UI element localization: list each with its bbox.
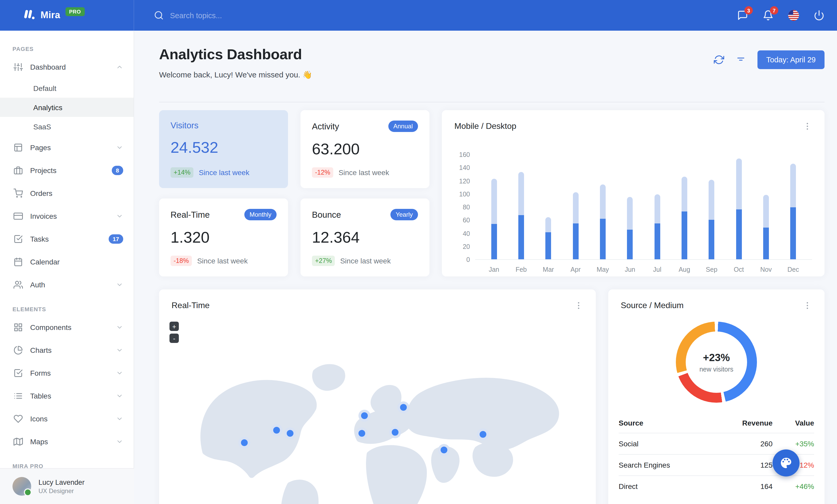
stacked-bar-jun[interactable] (627, 197, 633, 259)
page-subtitle: Welcome back, Lucy! We've missed you. 👋 (159, 70, 312, 79)
cell-revenue: 260 (711, 440, 777, 448)
list-icon (14, 391, 23, 400)
cell-source: Search Engines (619, 461, 711, 469)
sidebar-item-forms[interactable]: Forms (0, 362, 133, 385)
sidebar-item-auth[interactable]: Auth (0, 273, 133, 296)
theme-settings-fab[interactable] (772, 449, 800, 477)
bar-cell (507, 155, 535, 259)
bar-mobile-segment (546, 232, 551, 260)
stacked-bar-jan[interactable] (491, 179, 497, 259)
y-axis-tick: 140 (459, 165, 475, 172)
period-badge: Annual (388, 120, 418, 132)
sidebar-item-label: Auth (30, 281, 109, 289)
map-marker[interactable] (361, 412, 368, 419)
sidebar-item-components[interactable]: Components (0, 316, 133, 339)
sidebar-subitem-analytics[interactable]: Analytics (0, 98, 133, 117)
mira-logo-icon (22, 7, 35, 23)
sidebar-item-label: Pages (30, 144, 109, 152)
sidebar-item-pages[interactable]: Pages (0, 136, 133, 159)
sidebar-item-calendar[interactable]: Calendar (0, 250, 133, 273)
map-marker[interactable] (359, 430, 366, 437)
sidebar-item-icons[interactable]: Icons (0, 407, 133, 430)
map-marker[interactable] (441, 447, 447, 453)
x-axis-label: Jan (480, 266, 507, 273)
map-marker[interactable] (400, 404, 407, 411)
sidebar-item-projects[interactable]: Projects8 (0, 159, 133, 182)
stacked-bar-oct[interactable] (736, 158, 742, 259)
x-axis-label: Sep (698, 266, 725, 273)
map-marker[interactable] (287, 430, 293, 437)
world-map (170, 312, 585, 504)
stat-caption: Since last week (338, 168, 389, 177)
messages-icon[interactable]: 3 (737, 10, 748, 21)
chevron-down-icon (116, 369, 123, 377)
stacked-bar-sep[interactable] (709, 180, 715, 260)
sidebar-item-dashboard[interactable]: Dashboard (0, 56, 133, 78)
kebab-menu-icon[interactable] (574, 301, 583, 310)
map-marker[interactable] (273, 427, 280, 433)
stat-title: Real-Time (171, 210, 210, 220)
mobile-desktop-chart-card: Mobile / Desktop 020406080100120140160 J… (442, 110, 824, 276)
delta-chip: +27% (312, 256, 335, 266)
stacked-bar-dec[interactable] (790, 163, 796, 259)
briefcase-icon (14, 166, 23, 175)
sidebar-item-maps[interactable]: Maps (0, 430, 133, 453)
sidebar-subitem-saas[interactable]: SaaS (0, 117, 133, 136)
stacked-bar-jul[interactable] (654, 194, 660, 259)
sidebar-subitem-default[interactable]: Default (0, 78, 133, 98)
map-marker[interactable] (392, 429, 399, 436)
y-axis-tick: 120 (459, 178, 475, 185)
search-input[interactable] (170, 11, 326, 19)
stacked-bar-apr[interactable] (573, 192, 578, 259)
bar-mobile-segment (627, 230, 633, 259)
stacked-bar-may[interactable] (600, 184, 606, 259)
sidebar-item-tables[interactable]: Tables (0, 385, 133, 407)
map-zoom-in-button[interactable]: + (170, 322, 179, 331)
header-actions: 37 (737, 10, 837, 21)
stacked-bar-aug[interactable] (681, 177, 687, 259)
bar-chart-x-labels: JanFebMarAprMayJunJulAugSepOctNovDec (475, 266, 812, 273)
kebab-menu-icon[interactable] (803, 122, 812, 131)
check-square-icon (14, 234, 23, 244)
stacked-bar-nov[interactable] (763, 195, 769, 259)
bar-mobile-segment (790, 208, 796, 259)
sidebar-item-tasks[interactable]: Tasks17 (0, 228, 133, 250)
sidebar-item-charts[interactable]: Charts (0, 339, 133, 362)
cell-value: +46% (777, 482, 814, 490)
stat-card-bounce: Bounce Yearly 12.364 +27% Since last wee… (301, 199, 429, 276)
sidebar-item-orders[interactable]: Orders (0, 182, 133, 205)
map-marker[interactable] (480, 431, 486, 437)
bar-mobile-segment (518, 216, 524, 259)
bar-mobile-segment (600, 219, 606, 259)
sidebar-user[interactable]: Lucy Lavender UX Designer (0, 468, 134, 504)
map-zoom-out-button[interactable]: - (170, 334, 179, 343)
stacked-bar-feb[interactable] (518, 172, 524, 259)
notifications-icon[interactable]: 7 (763, 10, 773, 21)
y-axis-tick: 20 (463, 243, 475, 250)
search-icon (154, 11, 164, 20)
map-icon (14, 437, 23, 446)
power-icon[interactable] (814, 10, 824, 21)
stat-caption: Since last week (199, 168, 250, 177)
stacked-bar-mar[interactable] (546, 217, 551, 259)
stat-value: 63.200 (312, 140, 418, 158)
sidebar-item-label: Components (30, 323, 109, 332)
check-square-icon (14, 368, 23, 378)
sidebar-item-label: Calendar (30, 258, 123, 266)
heart-icon (14, 414, 23, 424)
bar-cell (698, 155, 725, 259)
stat-title: Bounce (312, 210, 341, 220)
main-content: Analytics Dashboard Welcome back, Lucy! … (134, 31, 837, 504)
filter-icon[interactable] (736, 55, 746, 65)
brand-home-link[interactable]: Mira PRO (0, 0, 134, 31)
pie-chart-icon (14, 346, 23, 355)
language-flag-icon[interactable] (788, 10, 799, 21)
users-icon (14, 280, 23, 290)
kebab-menu-icon[interactable] (803, 301, 812, 310)
refresh-icon[interactable] (714, 55, 724, 65)
date-range-button[interactable]: Today: April 29 (758, 50, 824, 69)
chevron-down-icon (116, 144, 123, 151)
sidebar-item-invoices[interactable]: Invoices (0, 205, 133, 228)
map-marker[interactable] (241, 440, 248, 446)
app-root: Mira PRO 37 PAGESDashboardDefaultAnalyti… (0, 0, 837, 504)
